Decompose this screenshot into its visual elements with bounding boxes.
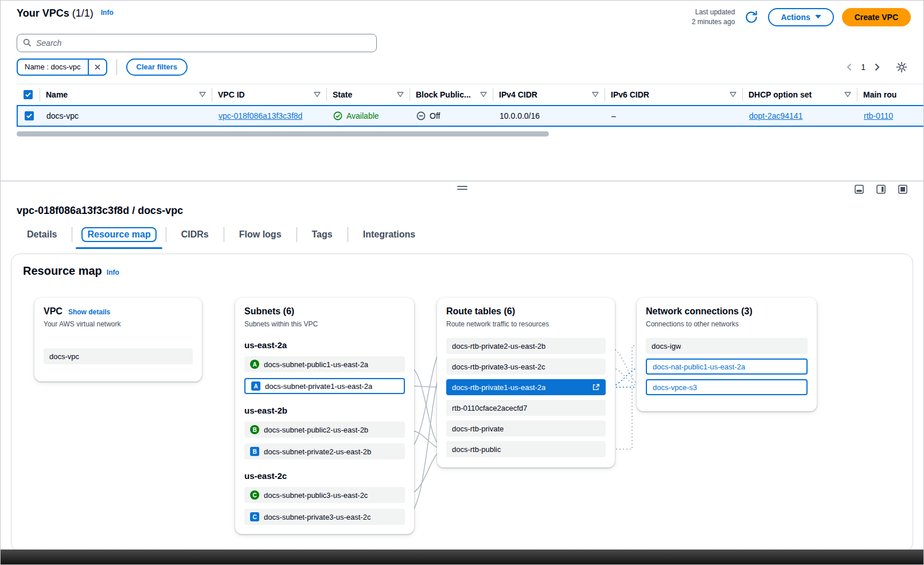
info-link[interactable]: Info xyxy=(101,9,114,17)
vpc-column-title: VPC xyxy=(44,306,63,317)
dhcp-option-set-link[interactable]: dopt-2ac94141 xyxy=(749,111,802,120)
vpc-table: Name VPC ID State Block Public... xyxy=(17,84,923,137)
subnet-item-public2[interactable]: B docs-subnet-public2-us-east-2b xyxy=(244,422,405,438)
column-header-ipv6-cidr[interactable]: IPv6 CIDR xyxy=(605,88,742,102)
panel-full-button[interactable] xyxy=(898,185,907,194)
filter-icon[interactable] xyxy=(314,92,321,98)
external-link-icon[interactable] xyxy=(592,383,600,391)
refresh-button[interactable] xyxy=(743,9,760,26)
network-item-nat[interactable]: docs-nat-public1-us-east-2a xyxy=(646,359,808,375)
subnets-column-subtitle: Subnets within this VPC xyxy=(244,319,405,329)
table-row[interactable]: docs-vpc vpc-018f086a13f3c3f8d Available… xyxy=(17,105,923,127)
page-title: Your VPCs (1/1) Info xyxy=(17,7,114,20)
vpc-list-pane: Your VPCs (1/1) Info Last updated 2 minu… xyxy=(1,1,923,181)
route-table-item[interactable]: docs-rtb-private xyxy=(446,420,606,437)
route-table-item[interactable]: docs-rtb-private2-us-east-2b xyxy=(446,338,606,354)
tab-flow-logs[interactable]: Flow logs xyxy=(224,225,297,249)
route-table-item-selected[interactable]: docs-rtb-private1-us-east-2a xyxy=(446,379,606,395)
network-connections-column-subtitle: Connections to other networks xyxy=(646,319,808,329)
next-page-button[interactable] xyxy=(874,62,881,72)
detail-tabs: Details Resource map CIDRs Flow logs Tag… xyxy=(12,225,913,249)
pagination: 1 xyxy=(845,62,881,72)
clear-filters-button[interactable]: Clear filters xyxy=(126,59,188,76)
subnet-item-public1[interactable]: A docs-subnet-public1-us-east-2a xyxy=(244,356,405,372)
tab-details[interactable]: Details xyxy=(12,225,72,249)
cell-dhcp-option-set: dopt-2ac94141 xyxy=(743,111,858,120)
filter-row: Name : docs-vpc Clear filters 1 xyxy=(17,59,909,76)
vpc-console: Your VPCs (1/1) Info Last updated 2 minu… xyxy=(0,0,924,565)
info-link[interactable]: Info xyxy=(107,268,119,276)
ipv6-value: – xyxy=(611,111,616,120)
create-vpc-button[interactable]: Create VPC xyxy=(842,8,911,26)
previous-page-button[interactable] xyxy=(845,62,853,72)
network-item-igw[interactable]: docs-igw xyxy=(646,338,808,354)
cell-state: Available xyxy=(328,111,411,120)
filter-icon[interactable] xyxy=(730,92,736,98)
last-updated-value: 2 minutes ago xyxy=(692,17,735,27)
column-header-ipv4-cidr[interactable]: IPv4 CIDR xyxy=(493,88,605,102)
column-header-vpc-id[interactable]: VPC ID xyxy=(212,88,326,102)
status-available-icon xyxy=(333,111,342,120)
tab-tags[interactable]: Tags xyxy=(297,225,348,249)
filter-icon[interactable] xyxy=(480,92,487,98)
column-header-block-public[interactable]: Block Public... xyxy=(410,88,493,102)
panel-side-button[interactable] xyxy=(876,185,886,194)
drag-handle-icon[interactable] xyxy=(457,186,467,190)
show-details-link[interactable]: Show details xyxy=(68,308,110,316)
vpc-detail-pane: vpc-018f086a13f3c3f8d / docs-vpc Details… xyxy=(1,205,923,552)
route-tables-column-subtitle: Route network traffic to resources xyxy=(446,319,606,329)
search-icon xyxy=(23,38,32,47)
ipv4-value: 10.0.0.0/16 xyxy=(500,111,540,120)
cell-ipv6-cidr: – xyxy=(606,111,743,120)
chevron-left-icon xyxy=(847,63,852,71)
filter-chip: Name : docs-vpc xyxy=(17,59,107,76)
clear-filters-label: Clear filters xyxy=(137,63,178,71)
vpc-item[interactable]: docs-vpc xyxy=(44,348,193,364)
column-header-state[interactable]: State xyxy=(326,88,410,102)
subnet-item-private2[interactable]: B docs-subnet-private2-us-east-2b xyxy=(244,443,405,459)
network-item-vpce[interactable]: docs-vpce-s3 xyxy=(646,379,808,395)
subnet-item-private3[interactable]: C docs-subnet-private3-us-east-2c xyxy=(244,509,405,525)
preferences-button[interactable] xyxy=(895,60,909,74)
remove-filter-button[interactable] xyxy=(88,60,106,75)
search-row xyxy=(17,34,923,52)
route-table-item[interactable]: rtb-0110cface2acecfd7 xyxy=(446,400,606,416)
route-tables-column-title: Route tables (6) xyxy=(446,306,606,317)
route-table-item[interactable]: docs-rtb-private3-us-east-2c xyxy=(446,359,606,375)
column-label: VPC ID xyxy=(218,90,245,99)
column-header-main-route-table[interactable]: Main rou xyxy=(857,88,923,102)
page-number[interactable]: 1 xyxy=(860,63,867,72)
filter-icon[interactable] xyxy=(397,92,404,98)
filter-icon[interactable] xyxy=(592,92,599,98)
column-header-name[interactable]: Name xyxy=(40,88,212,102)
column-label: Main rou xyxy=(863,90,896,99)
route-table-item[interactable]: docs-rtb-public xyxy=(446,441,606,457)
filter-icon[interactable] xyxy=(844,92,851,98)
az-heading: us-east-2a xyxy=(244,340,405,350)
header-actions: Last updated 2 minutes ago Actions Creat… xyxy=(692,7,911,27)
vpc-column-subtitle: Your AWS virtual network xyxy=(44,319,193,329)
column-header-dhcp-option-set[interactable]: DHCP option set xyxy=(742,88,857,102)
select-all-checkbox[interactable] xyxy=(24,90,33,99)
row-checkbox[interactable] xyxy=(25,111,34,120)
tab-cidrs[interactable]: CIDRs xyxy=(166,225,224,249)
main-route-table-link[interactable]: rtb-0110 xyxy=(864,111,893,120)
public-subnet-badge: B xyxy=(250,425,259,434)
vpc-name: docs-vpc xyxy=(46,111,79,120)
panel-bottom-button[interactable] xyxy=(855,185,864,194)
tab-integrations[interactable]: Integrations xyxy=(348,225,431,249)
network-connections-column: Network connections (3) Connections to o… xyxy=(637,298,817,411)
vpc-id-link[interactable]: vpc-018f086a13f3c3f8d xyxy=(219,111,302,120)
horizontal-scrollbar[interactable] xyxy=(17,131,549,137)
search-box[interactable] xyxy=(17,34,377,52)
chevron-right-icon xyxy=(875,63,880,71)
resource-map-canvas: VPC Show details Your AWS virtual networ… xyxy=(23,285,902,550)
subnet-item-public3[interactable]: C docs-subnet-public3-us-east-2c xyxy=(244,487,405,503)
search-input[interactable] xyxy=(36,38,371,48)
column-label: Block Public... xyxy=(416,90,471,99)
actions-button[interactable]: Actions xyxy=(768,8,833,26)
tab-resource-map[interactable]: Resource map xyxy=(72,225,165,249)
page-header: Your VPCs (1/1) Info Last updated 2 minu… xyxy=(17,7,911,27)
filter-icon[interactable] xyxy=(199,92,206,98)
subnet-item-private1[interactable]: A docs-subnet-private1-us-east-2a xyxy=(244,378,405,394)
